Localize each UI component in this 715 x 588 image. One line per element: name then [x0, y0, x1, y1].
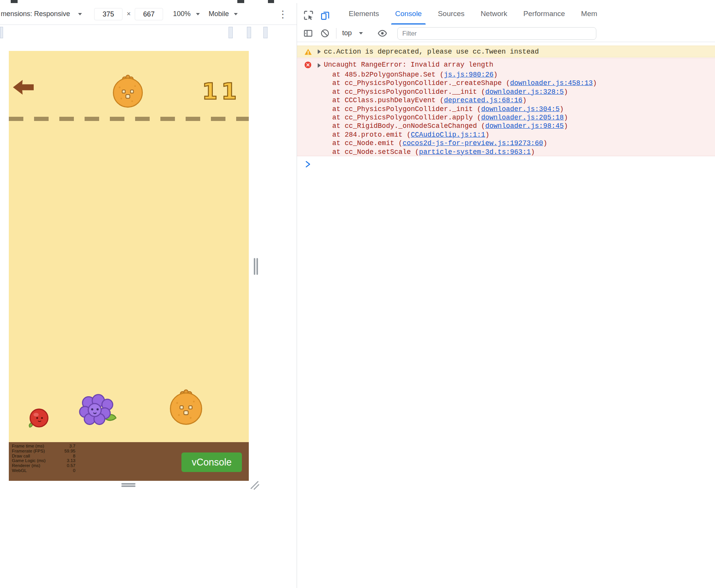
tab-network[interactable]: Network [481, 3, 508, 24]
source-link[interactable]: downloader.js:328:5 [485, 88, 564, 96]
execution-context-select[interactable]: top [342, 29, 352, 37]
vconsole-button[interactable]: vConsole [181, 452, 242, 472]
console-filter-input[interactable] [397, 27, 596, 40]
grapes-fruit-sprite [78, 393, 118, 429]
grip-bar [254, 258, 255, 275]
console-warning-message: cc.Action is deprecated, please use cc.T… [297, 46, 715, 57]
score-value: 11 [202, 78, 241, 105]
stat-label: Frame time (ms) [12, 444, 44, 449]
stack-frame-close: ) [543, 139, 547, 147]
back-arrow-icon [12, 78, 34, 97]
expand-triangle-icon[interactable] [318, 49, 321, 54]
stack-frame-text: at cc_Node.emit ( [332, 139, 403, 147]
width-input[interactable] [94, 8, 122, 20]
stack-frame-text: at cc_PhysicsPolygonCollider.apply ( [332, 114, 481, 121]
viewport-corner-resize-handle[interactable] [250, 480, 260, 490]
live-expression-eye-icon[interactable] [377, 28, 387, 40]
stats-row: Frame time (ms)3.7 [12, 444, 75, 449]
clear-console-icon[interactable] [320, 28, 330, 40]
tab-performance[interactable]: Performance [523, 3, 565, 24]
game-viewport[interactable]: 11 [9, 51, 249, 481]
tab-sources[interactable]: Sources [438, 3, 465, 24]
inspect-element-icon[interactable] [303, 10, 314, 22]
stats-row: WebGL0 [12, 468, 75, 473]
stack-frame-text: at CCClass.pushDelayEvent ( [332, 96, 444, 104]
performance-stats: Frame time (ms)3.7 Framerate (FPS)59.95 … [12, 444, 75, 473]
zoom-select[interactable]: 100% [173, 10, 191, 18]
stack-frame-close: ) [564, 122, 568, 130]
stat-value: 8 [73, 454, 75, 459]
stack-frame-close: ) [485, 131, 490, 139]
devtools-tab-bar: Elements Console Sources Network Perform… [297, 3, 715, 24]
source-link[interactable]: downloader.js:304:5 [481, 105, 560, 113]
throttling-select[interactable]: Mobile [209, 10, 229, 18]
chevron-down-icon[interactable] [78, 13, 82, 15]
stack-frame: at cc_PhysicsPolygonCollider.apply (down… [332, 113, 597, 122]
stack-frame-close: ) [564, 114, 568, 121]
console-toolbar: top [297, 25, 715, 42]
devtools-panel: Elements Console Sources Network Perform… [297, 0, 715, 588]
stat-value: 0.57 [67, 463, 75, 468]
chevron-down-icon[interactable] [234, 13, 238, 15]
stack-frame-close: ) [522, 96, 527, 104]
stack-frame: at cc_PhysicsPolygonCollider._createShap… [332, 79, 597, 87]
viewport-width-resize-handle[interactable] [253, 258, 258, 275]
grip-bar [121, 485, 135, 487]
stat-label: WebGL [12, 468, 27, 473]
stack-frame: at CCClass.pushDelayEvent (deprecated.js… [332, 96, 597, 105]
stat-label: Draw call [12, 454, 30, 459]
stat-value: 3.7 [69, 444, 75, 449]
source-link[interactable]: js.js:980:26 [444, 71, 494, 78]
viewport-height-resize-handle[interactable] [121, 483, 135, 487]
device-toolbar-toggle-icon[interactable] [320, 10, 331, 22]
source-link[interactable]: downloader.js:458:13 [510, 79, 593, 87]
stack-frame: at cc_PhysicsPolygonCollider._init (down… [332, 105, 597, 113]
tab-favicon-remnant [237, 0, 244, 3]
console-sidebar-toggle-icon[interactable] [303, 28, 313, 40]
tab-favicon-remnant [268, 0, 274, 3]
tab-console[interactable]: Console [395, 3, 422, 24]
multiply-sign: × [127, 10, 131, 18]
stack-frame-text: at cc_RigidBody._onNodeScaleChanged ( [332, 122, 485, 130]
tab-memory[interactable]: Mem [581, 3, 597, 24]
error-circle-icon [304, 61, 312, 71]
chevron-down-icon[interactable] [196, 13, 200, 15]
console-error-message: Uncaught RangeError: Invalid array lengt… [297, 58, 715, 156]
warning-triangle-icon [304, 48, 312, 58]
stack-frame: at cc_Node.setScale (particle-system-3d.… [332, 148, 597, 156]
warning-text: cc.Action is deprecated, please use cc.T… [324, 48, 539, 56]
source-link[interactable]: particle-system-3d.ts:963:1 [419, 148, 531, 156]
source-link[interactable]: deprecated.js:68:16 [444, 96, 522, 104]
grip-bar [121, 483, 135, 485]
tab-elements[interactable]: Elements [349, 3, 379, 24]
devtools-tabs: Elements Console Sources Network Perform… [349, 3, 597, 24]
stack-frame-text: at cc_PhysicsPolygonCollider._init ( [332, 105, 481, 113]
height-input[interactable] [135, 8, 163, 20]
stats-row: Game Logic (ms)3.13 [12, 458, 75, 463]
tab-favicon-remnant [11, 0, 18, 3]
error-stack-trace: at 485.b2PolygonShape.Set (js.js:980:26)… [332, 70, 597, 156]
back-button[interactable] [12, 78, 34, 97]
error-title: Uncaught RangeError: Invalid array lengt… [324, 61, 493, 69]
ruler-mark [0, 27, 3, 38]
chevron-down-icon[interactable] [359, 32, 363, 34]
stat-label: Game Logic (ms) [12, 458, 46, 463]
ruler-mark [247, 27, 251, 38]
stack-frame-close: ) [493, 71, 498, 78]
stat-value: 0 [73, 468, 75, 473]
overflow-menu-button[interactable]: ⋮ [278, 8, 288, 20]
console-prompt[interactable] [304, 160, 313, 169]
grip-bar [256, 258, 258, 275]
source-link[interactable]: CCAudioClip.js:1:1 [411, 131, 485, 139]
stack-frame: at cc_RigidBody._onNodeScaleChanged (dow… [332, 122, 597, 130]
source-link[interactable]: downloader.js:205:18 [481, 114, 564, 121]
source-link[interactable]: downloader.js:98:45 [485, 122, 564, 130]
dimensions-dropdown[interactable]: mensions: Responsive [1, 10, 70, 18]
expand-triangle-icon[interactable] [318, 63, 321, 68]
orange-fruit-sprite [168, 387, 204, 426]
stack-frame: at cc_Node.emit (cocos2d-js-for-preview.… [332, 139, 597, 147]
drop-limit-line [9, 117, 249, 121]
source-link[interactable]: cocos2d-js-for-preview.js:19273:60 [403, 139, 543, 147]
ruler-mark [263, 27, 268, 38]
stat-label: Framerate (FPS) [12, 449, 45, 454]
